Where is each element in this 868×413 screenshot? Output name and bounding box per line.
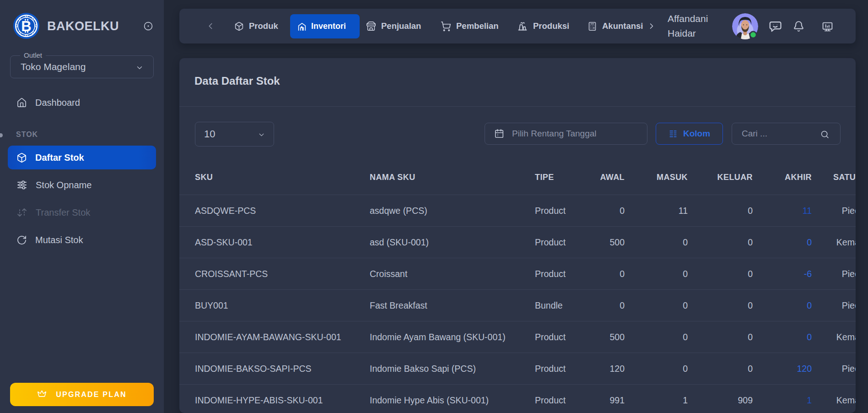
svg-text:B: B (21, 18, 31, 34)
